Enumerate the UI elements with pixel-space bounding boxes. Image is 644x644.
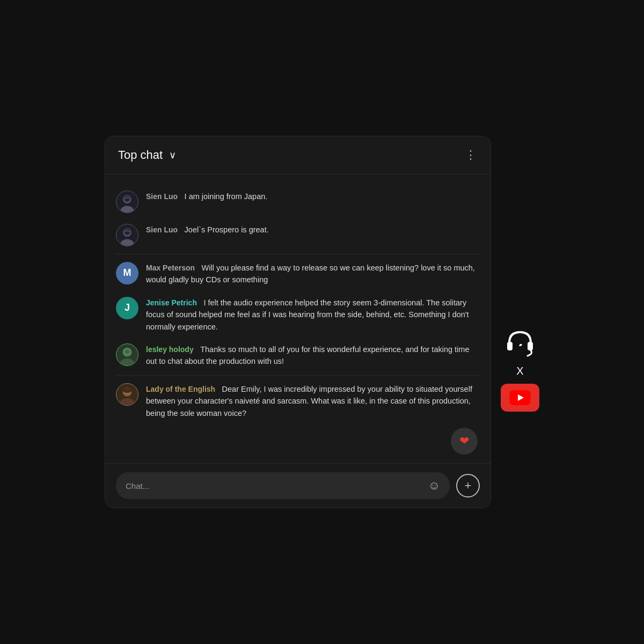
heart-button[interactable]: ❤ (451, 428, 478, 455)
side-icons: X (501, 324, 539, 412)
avatar: J (116, 297, 138, 319)
avatar (116, 343, 138, 366)
message-body: Sien Luo I am joining from Japan. (146, 191, 480, 202)
headset-icon-wrap[interactable] (501, 324, 539, 362)
avatar: M (116, 262, 138, 284)
youtube-icon (509, 390, 531, 405)
headset-icon (504, 327, 536, 359)
youtube-button[interactable] (501, 384, 539, 412)
message-body: Jenise Petrich I felt the audio experien… (146, 297, 480, 333)
list-item: M Max Peterson Will you please find a wa… (116, 257, 480, 291)
list-item: lesley holody Thanks so much to all of y… (116, 338, 480, 373)
divider (116, 254, 480, 254)
message-body: Lady of the English Dear Emily, I was in… (146, 383, 480, 419)
chat-messages: Sien Luo I am joining from Japan. S (105, 174, 491, 464)
chat-input-placeholder: Chat... (126, 481, 149, 491)
message-username: Jenise Petrich (146, 298, 197, 307)
message-body: Max Peterson Will you please find a way … (146, 262, 480, 286)
svg-point-3 (124, 195, 130, 201)
message-text: Joel`s Prospero is great. (185, 225, 269, 234)
chat-input-container[interactable]: Chat... ☺ (116, 472, 450, 499)
divider (116, 375, 480, 376)
list-item: J Jenise Petrich I felt the audio experi… (116, 291, 480, 338)
chat-panel: Top chat ∨ ⋮ Sien Luo (105, 136, 491, 509)
emoji-icon[interactable]: ☺ (428, 479, 440, 493)
svg-point-17 (122, 388, 131, 393)
list-item: Lady of the English Dear Emily, I was in… (116, 378, 480, 425)
chat-header-left: Top chat ∨ (118, 148, 176, 162)
svg-point-7 (124, 229, 130, 235)
message-username: lesley holody (146, 345, 194, 354)
avatar (116, 224, 138, 246)
svg-point-12 (125, 349, 130, 355)
more-options-icon[interactable]: ⋮ (465, 149, 478, 161)
message-body: lesley holody Thanks so much to all of y… (146, 343, 480, 368)
message-username: Sien Luo (146, 192, 178, 201)
message-text: Will you please find a way to release so… (146, 264, 475, 284)
message-text: Thanks so much to all of you for this wo… (146, 345, 469, 365)
close-icon[interactable]: X (516, 365, 523, 376)
heart-icon: ❤ (459, 434, 469, 448)
list-item: Sien Luo Joel`s Prospero is great. (116, 218, 480, 252)
chat-title: Top chat (118, 148, 163, 162)
chevron-down-icon[interactable]: ∨ (169, 149, 176, 161)
chat-input-bar: Chat... ☺ + (105, 463, 491, 508)
message-body: Sien Luo Joel`s Prospero is great. (146, 224, 480, 236)
message-username: Max Peterson (146, 264, 195, 272)
avatar (116, 383, 138, 406)
list-item: Sien Luo I am joining from Japan. (116, 185, 480, 218)
avatar (116, 191, 138, 213)
ai-assistant-container: X (501, 324, 539, 376)
add-icon: + (465, 479, 472, 493)
svg-rect-19 (528, 342, 533, 350)
add-button[interactable]: + (456, 474, 480, 497)
message-username: Sien Luo (146, 225, 178, 234)
svg-rect-18 (507, 342, 513, 350)
message-username: Lady of the English (146, 385, 215, 393)
chat-header: Top chat ∨ ⋮ (105, 136, 491, 174)
page-container: Top chat ∨ ⋮ Sien Luo (105, 136, 539, 509)
message-text: I am joining from Japan. (185, 192, 268, 201)
heart-button-area: ❤ (116, 425, 480, 457)
